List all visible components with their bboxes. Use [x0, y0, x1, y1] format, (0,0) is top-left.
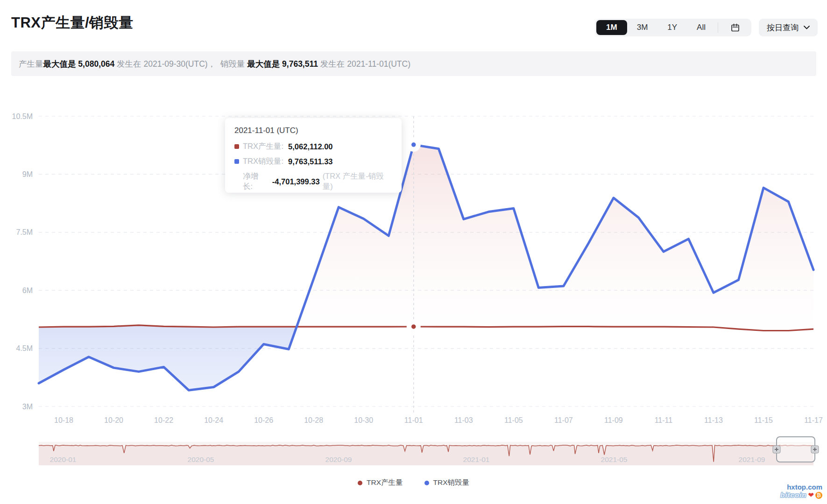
- tooltip-destroy-label: TRX销毁量:: [243, 156, 283, 167]
- legend-label-produce: TRX产生量: [367, 478, 403, 488]
- navigator-label: 2020-09: [325, 455, 352, 463]
- data-zoom-window[interactable]: [777, 437, 815, 462]
- y-axis-label: 9M: [22, 170, 33, 178]
- y-axis-label: 10.5M: [12, 112, 33, 120]
- y-axis-label: 6M: [22, 287, 33, 294]
- chart-tooltip: 2021-11-01 (UTC) TRX产生量: 5,062,112.00 TR…: [225, 118, 402, 193]
- x-axis-label: 10-28: [304, 416, 323, 424]
- tooltip-produce-square: [234, 144, 239, 149]
- x-axis-label: 11-15: [754, 416, 773, 424]
- x-axis-label: 10-22: [154, 416, 173, 424]
- area-destroy-below: [39, 325, 297, 390]
- x-axis-label: 11-11: [655, 416, 673, 424]
- navigator-label: 2020-05: [188, 455, 214, 463]
- tooltip-date: 2021-11-01 (UTC): [234, 126, 392, 135]
- watermark-site: hxtop.com: [780, 483, 822, 491]
- navigator-label: 2021-09: [739, 455, 765, 463]
- tooltip-destroy-row: TRX销毁量: 9,763,511.33: [234, 156, 392, 167]
- x-axis-label: 11-05: [504, 416, 523, 424]
- watermark: hxtop.com bitcoin ❤ ₿: [780, 483, 822, 499]
- data-zoom-handle-left[interactable]: [773, 446, 780, 453]
- bitcoin-icon: ₿: [815, 492, 822, 499]
- y-axis-label: 4.5M: [16, 344, 33, 352]
- navigator-area: [39, 445, 813, 465]
- tooltip-net-note: (TRX 产生量-销毁量): [323, 171, 392, 192]
- x-axis-label: 11-17: [804, 416, 823, 424]
- y-axis-label: 7.5M: [16, 228, 33, 236]
- x-axis-label: 11-13: [704, 416, 723, 424]
- x-axis-label: 11-01: [404, 416, 423, 424]
- page: TRX产生量/销毁量 1M 3M 1Y All 按日查询: [0, 0, 827, 504]
- navigator-label: 2021-05: [601, 455, 628, 463]
- tooltip-destroy-square: [234, 159, 239, 164]
- x-axis-label: 10-30: [354, 416, 373, 424]
- legend-label-destroy: TRX销毁量: [433, 478, 470, 488]
- heart-icon: ❤: [808, 491, 814, 499]
- tooltip-net-label: 净增长:: [243, 171, 268, 192]
- data-zoom-handle-right[interactable]: [811, 446, 819, 453]
- chart-legend: TRX产生量 TRX销毁量: [0, 478, 827, 488]
- tooltip-produce-row: TRX产生量: 5,062,112.00: [234, 141, 392, 152]
- y-axis-label: 3M: [22, 403, 33, 411]
- legend-item-produce[interactable]: TRX产生量: [358, 478, 403, 488]
- tooltip-destroy-value: 9,763,511.33: [288, 157, 332, 166]
- tooltip-produce-value: 5,062,112.00: [288, 142, 332, 151]
- navigator-label: 2020-01: [50, 455, 77, 463]
- tooltip-net-row: 净增长: -4,701,399.33 (TRX 产生量-销毁量): [234, 171, 392, 192]
- tooltip-produce-label: TRX产生量:: [243, 141, 283, 152]
- legend-item-destroy[interactable]: TRX销毁量: [424, 478, 470, 488]
- tooltip-net-value: -4,701,399.33: [272, 177, 320, 186]
- x-axis-label: 10-18: [54, 416, 73, 424]
- x-axis-label: 10-20: [104, 416, 123, 424]
- x-axis-label: 10-26: [254, 416, 273, 424]
- watermark-brand: bitcoin: [780, 491, 806, 499]
- legend-dot-produce: [358, 481, 362, 485]
- x-axis-label: 10-24: [204, 416, 223, 424]
- x-axis-label: 11-09: [604, 416, 623, 424]
- x-axis-label: 11-07: [554, 416, 573, 424]
- x-axis-label: 11-03: [454, 416, 473, 424]
- highlight-dot-destroy: [411, 142, 416, 147]
- navigator-label: 2021-01: [463, 455, 490, 463]
- legend-dot-destroy: [424, 481, 429, 485]
- main-chart: 3M4.5M6M7.5M9M10.5M10-1810-2010-2210-241…: [0, 0, 827, 504]
- highlight-dot-produce: [411, 324, 416, 329]
